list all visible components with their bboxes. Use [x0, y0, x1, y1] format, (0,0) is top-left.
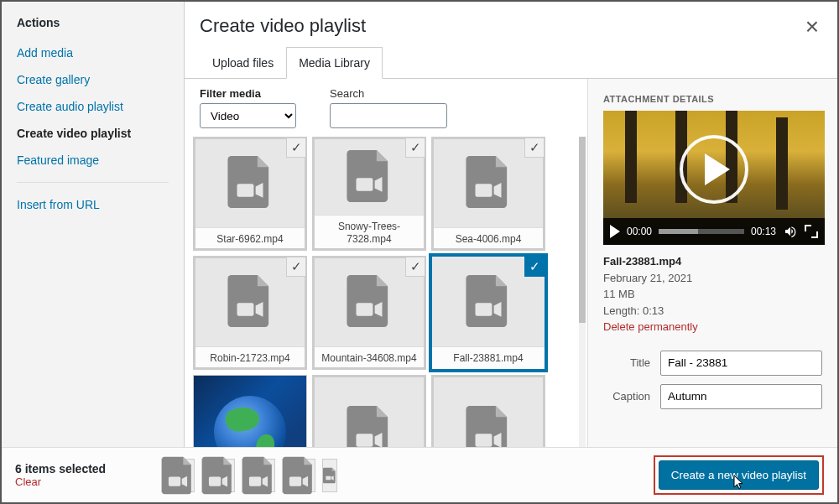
selection-thumb[interactable]: [282, 459, 315, 492]
video-controls: 00:00 00:13: [603, 218, 825, 245]
close-button[interactable]: ×: [800, 15, 824, 39]
attachment-meta: Fall-23881.mp4 February 21, 2021 11 MB L…: [603, 253, 822, 335]
selection-thumb[interactable]: [201, 459, 235, 492]
delete-permanently-link[interactable]: Delete permanently: [603, 319, 822, 335]
tile-label: Star-6962.mp4: [194, 227, 306, 250]
meta-length: Length: 0:13: [603, 303, 822, 320]
selection-thumb[interactable]: [322, 459, 337, 492]
tabs: Upload files Media Library: [185, 37, 837, 79]
image-thumbnail: [194, 376, 306, 447]
tile-label: Robin-21723.mp4: [194, 346, 306, 369]
tile-label: Mountain-34608.mp4: [313, 346, 425, 369]
media-tile[interactable]: [193, 375, 307, 447]
media-tile[interactable]: Mountain-34608.mp4✓: [312, 256, 426, 370]
tile-label: Sea-4006.mp4: [432, 227, 545, 250]
checkmark-icon[interactable]: ✓: [286, 257, 306, 277]
caption-field-label: Caption: [603, 390, 650, 403]
sidebar-item-create-gallery[interactable]: Create gallery: [17, 66, 169, 93]
page-title: Create video playlist: [200, 15, 822, 37]
attachment-detail-panel: ATTACHMENT DETAILS 00:00 00:13: [587, 79, 837, 447]
selection-thumb[interactable]: [161, 459, 195, 492]
filter-media-label: Filter media: [200, 87, 296, 100]
progress-slider[interactable]: [659, 229, 744, 234]
sidebar-item-create-audio-playlist[interactable]: Create audio playlist: [17, 93, 169, 120]
tab-media-library[interactable]: Media Library: [286, 47, 383, 79]
meta-date: February 21, 2021: [603, 270, 822, 287]
checkmark-icon[interactable]: ✓: [524, 138, 545, 158]
actions-sidebar: Actions Add mediaCreate galleryCreate au…: [2, 2, 185, 447]
play-overlay-icon[interactable]: [680, 135, 748, 204]
title-field[interactable]: [660, 351, 822, 376]
caption-field[interactable]: [660, 384, 822, 409]
search-input[interactable]: [330, 103, 447, 128]
checkmark-icon[interactable]: ✓: [524, 257, 545, 277]
search-label: Search: [330, 87, 447, 100]
time-duration: 00:13: [751, 226, 776, 237]
clear-selection-link[interactable]: Clear: [15, 475, 149, 488]
modal-footer: 6 items selected Clear Create a new vide…: [2, 447, 837, 502]
sidebar-item-create-video-playlist[interactable]: Create video playlist: [17, 120, 169, 147]
meta-size: 11 MB: [603, 286, 822, 303]
checkmark-icon[interactable]: ✓: [405, 257, 425, 277]
media-tile[interactable]: Sea-4006.mp4✓: [431, 137, 545, 251]
sidebar-item-add-media[interactable]: Add media: [17, 39, 169, 66]
actions-heading: Actions: [17, 16, 169, 29]
media-grid: Star-6962.mp4✓Snowy-Trees-7328.mp4✓Sea-4…: [193, 137, 577, 447]
tab-upload-files[interactable]: Upload files: [200, 47, 286, 79]
selection-thumbnails: [161, 459, 337, 492]
meta-filename: Fall-23881.mp4: [603, 253, 822, 270]
checkmark-icon[interactable]: ✓: [405, 138, 425, 158]
checkmark-icon[interactable]: ✓: [286, 138, 306, 158]
media-tile[interactable]: [431, 375, 545, 447]
media-tile[interactable]: Fall-23881.mp4✓: [431, 256, 545, 370]
media-tile[interactable]: [312, 375, 426, 447]
selection-thumb[interactable]: [242, 459, 275, 492]
main-panel: Create video playlist Upload files Media…: [185, 2, 837, 447]
detail-heading: ATTACHMENT DETAILS: [603, 94, 822, 104]
media-tile[interactable]: Star-6962.mp4✓: [193, 137, 307, 251]
filter-media-select[interactable]: Video: [200, 103, 296, 128]
file-video-icon: [432, 376, 545, 447]
volume-icon[interactable]: [783, 225, 798, 238]
play-button-icon[interactable]: [610, 225, 620, 238]
file-video-icon: [313, 376, 425, 447]
divider: [17, 182, 169, 183]
grid-scrollbar[interactable]: [579, 137, 586, 447]
create-playlist-button[interactable]: Create a new video playlist: [659, 460, 819, 490]
media-library: Filter media Video Search Star-6962.mp4✓…: [185, 79, 587, 447]
title-field-label: Title: [603, 356, 650, 369]
media-tile[interactable]: Robin-21723.mp4✓: [193, 256, 307, 370]
sidebar-item-featured-image[interactable]: Featured image: [17, 147, 169, 174]
video-preview[interactable]: 00:00 00:13: [603, 111, 825, 245]
insert-url-link[interactable]: Insert from URL: [17, 191, 169, 218]
fullscreen-icon[interactable]: [805, 225, 818, 238]
media-tile[interactable]: Snowy-Trees-7328.mp4✓: [312, 137, 426, 251]
tile-label: Snowy-Trees-7328.mp4: [313, 215, 425, 250]
time-current: 00:00: [627, 226, 652, 237]
tile-label: Fall-23881.mp4: [432, 346, 545, 369]
selection-count: 6 items selected: [15, 462, 149, 475]
